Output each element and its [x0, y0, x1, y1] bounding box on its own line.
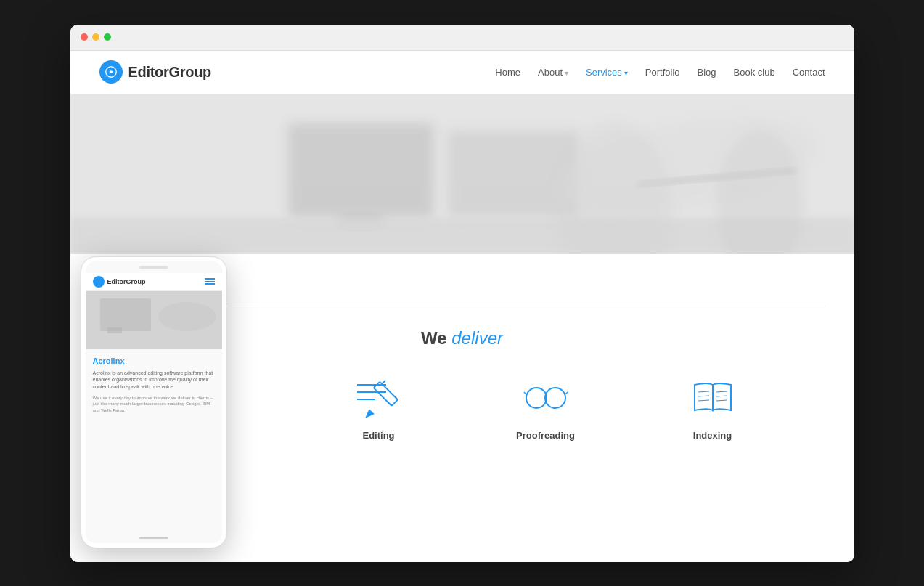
- mobile-menu-icon[interactable]: [205, 278, 215, 285]
- mobile-device-mockup: EditorGroup Acrolinx Acrolinx is an adva…: [81, 257, 226, 548]
- indexing-label: Indexing: [693, 430, 732, 441]
- mobile-home-indicator: [139, 537, 168, 539]
- svg-point-24: [545, 388, 565, 408]
- logo-text: EditorGroup: [128, 64, 211, 81]
- browser-chrome: [70, 25, 854, 51]
- editing-label: Editing: [362, 430, 394, 441]
- service-indexing: Indexing: [662, 370, 764, 441]
- svg-line-22: [383, 381, 385, 383]
- svg-line-33: [716, 396, 727, 396]
- mobile-card-subtext: We use it every day to improve the work …: [93, 395, 215, 413]
- nav-item-home[interactable]: Home: [495, 65, 520, 78]
- svg-line-26: [524, 392, 526, 394]
- navbar: EditorGroup Home About▾ Services▾: [70, 51, 854, 94]
- chevron-down-icon: ▾: [565, 69, 568, 77]
- minimize-button[interactable]: [92, 33, 99, 41]
- nav-item-portfolio[interactable]: Portfolio: [645, 65, 680, 78]
- chevron-down-icon: ▾: [624, 69, 628, 77]
- mobile-logo-icon: [93, 276, 105, 288]
- service-proofreading: Proofreading: [495, 370, 597, 441]
- svg-line-32: [716, 391, 727, 392]
- svg-rect-10: [70, 94, 854, 254]
- mobile-navbar: EditorGroup: [86, 273, 222, 291]
- proofreading-label: Proofreading: [516, 430, 575, 441]
- maximize-button[interactable]: [104, 33, 111, 41]
- mobile-hero-overlay: [86, 291, 222, 349]
- site-logo[interactable]: EditorGroup: [99, 60, 211, 84]
- svg-line-34: [716, 400, 727, 401]
- logo-icon: [99, 60, 123, 84]
- mobile-card-content: Acrolinx Acrolinx is an advanced editing…: [86, 349, 222, 421]
- hero-image: [70, 94, 854, 254]
- close-button[interactable]: [81, 33, 88, 41]
- svg-line-30: [698, 396, 709, 396]
- nav-links: Home About▾ Services▾ Portfolio Blog: [495, 65, 825, 78]
- nav-item-bookclub[interactable]: Book club: [734, 65, 775, 78]
- svg-marker-21: [367, 410, 373, 417]
- nav-item-services[interactable]: Services▾: [586, 65, 628, 78]
- browser-window: EditorGroup Home About▾ Services▾: [70, 25, 854, 562]
- mobile-logo-text: EditorGroup: [107, 278, 146, 285]
- nav-item-contact[interactable]: Contact: [793, 65, 825, 78]
- svg-line-27: [565, 392, 568, 394]
- mobile-card-text: Acrolinx is an advanced editing software…: [93, 370, 215, 391]
- svg-line-31: [698, 400, 709, 401]
- mobile-notch: [139, 266, 168, 269]
- mobile-card-title: Acrolinx: [93, 357, 215, 365]
- nav-item-blog[interactable]: Blog: [698, 65, 716, 78]
- svg-line-29: [698, 391, 709, 392]
- service-editing: Editing: [328, 370, 430, 441]
- mobile-logo: EditorGroup: [93, 276, 146, 288]
- svg-point-23: [526, 388, 547, 408]
- nav-item-about[interactable]: About▾: [538, 65, 568, 78]
- mobile-hero-image: [86, 291, 222, 349]
